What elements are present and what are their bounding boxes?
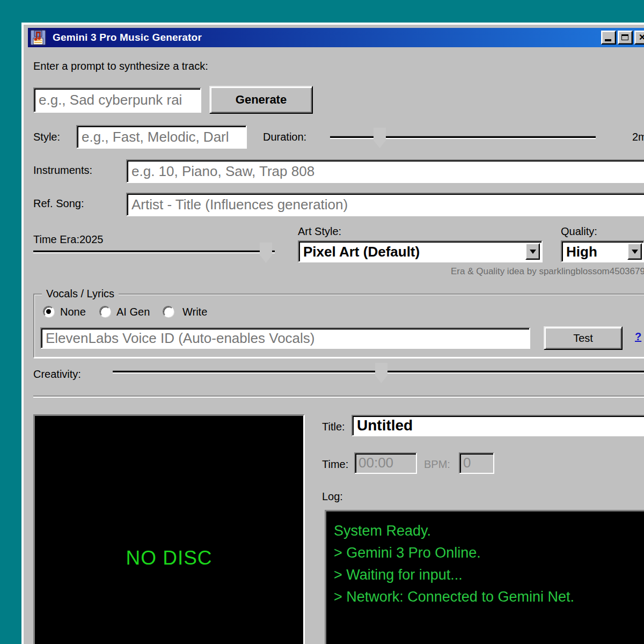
duration-label: Duration: [263,131,306,143]
log-line: System Ready. [334,520,644,542]
art-style-value: Pixel Art (Default) [303,244,420,260]
art-style-dropdown[interactable]: Pixel Art (Default) [298,240,543,262]
minimize-button[interactable] [601,31,616,45]
log-label: Log: [322,491,343,503]
window-title: Gemini 3 Pro Music Generator [53,32,202,43]
log-panel[interactable]: System Ready. > Gemini 3 Pro Online. > W… [325,510,644,644]
ref-song-input[interactable] [126,193,644,216]
log-line: > Waiting for input... [334,564,644,586]
time-era-slider-thumb[interactable] [260,243,272,263]
no-disc-text: NO DISC [35,547,303,569]
style-input[interactable] [76,125,247,149]
section-divider [33,396,644,398]
maximize-icon [621,34,628,40]
art-style-dropdown-button[interactable] [525,243,540,260]
close-button[interactable]: ✕ [634,31,644,45]
quality-label: Quality: [561,225,597,238]
quality-dropdown-button[interactable] [627,243,642,260]
floppy-music-icon [30,30,46,46]
credit-text: Era & Quality idea by sparklingblossom45… [451,266,644,277]
minimize-icon [605,39,611,41]
radio-write[interactable] [163,306,174,317]
radio-write-label[interactable]: Write [182,306,207,318]
duration-slider-track[interactable] [330,136,596,139]
chevron-down-icon [632,250,638,254]
voice-id-input[interactable] [40,327,530,349]
titlebar[interactable]: Gemini 3 Pro Music Generator ✕ [28,28,644,47]
log-line: > Network: Connected to Gemini Net. [334,586,644,608]
bpm-display: 0 [459,452,494,474]
radio-ai-gen[interactable] [99,306,111,317]
chevron-down-icon [530,250,536,254]
creativity-label: Creativity: [33,368,81,380]
test-button[interactable]: Test [544,326,623,350]
disc-display: NO DISC [33,414,305,644]
creativity-slider-thumb[interactable] [375,363,387,383]
title-input[interactable] [352,415,644,436]
time-label: Time: [322,458,348,471]
quality-value: High [566,244,597,260]
maximize-button[interactable] [618,31,633,45]
time-era-slider-track[interactable] [33,250,275,253]
prompt-label: Enter a prompt to synthesize a track: [33,60,208,72]
radio-none-label[interactable]: None [60,306,86,318]
quality-dropdown[interactable]: High [561,240,644,262]
radio-none[interactable] [43,306,54,317]
generate-button[interactable]: Generate [209,86,313,114]
close-icon: ✕ [639,32,644,42]
radio-ai-gen-label[interactable]: AI Gen [116,306,150,318]
help-link[interactable]: ? [635,331,641,343]
time-display: 00:00 [354,452,417,474]
style-label: Style: [33,131,60,143]
vocals-group-label: Vocals / Lyrics [42,288,119,300]
duration-max-label: 2min [632,131,644,143]
instruments-label: Instruments: [33,164,92,177]
prompt-input[interactable] [33,87,201,113]
bpm-label: BPM: [424,458,450,471]
time-era-label: Time Era:2025 [33,233,103,246]
app-window: Gemini 3 Pro Music Generator ✕ Enter a p… [21,23,644,644]
instruments-input[interactable] [126,159,644,183]
log-line: > Gemini 3 Pro Online. [334,542,644,564]
title-label: Title: [322,421,345,433]
ref-song-label: Ref. Song: [33,197,84,210]
duration-slider-thumb[interactable] [374,128,386,148]
art-style-label: Art Style: [298,225,341,238]
